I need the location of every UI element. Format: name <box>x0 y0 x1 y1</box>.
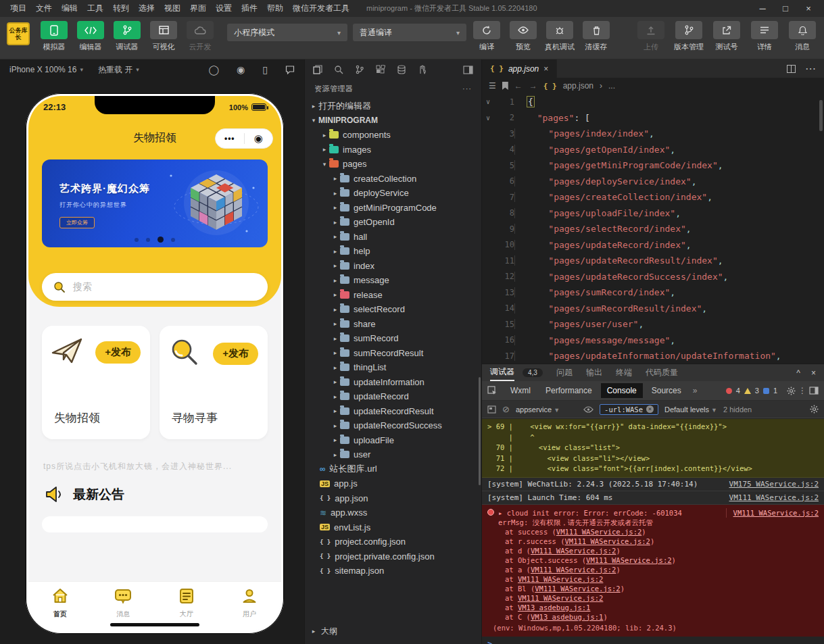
screenshot-icon[interactable]: ◉ <box>237 64 245 75</box>
hot-reload-toggle[interactable]: 热重载 开▾ <box>98 64 139 76</box>
announcement-bar[interactable] <box>42 516 268 532</box>
database-icon[interactable] <box>397 65 406 74</box>
promo-banner[interactable]: 艺术跨界·魔幻众筹 打开你心中的异想世界 立即众筹 <box>42 159 268 247</box>
more-actions-icon[interactable]: ··· <box>462 84 472 93</box>
eye-icon[interactable] <box>583 406 593 413</box>
tree-item-MINIPROGRAM[interactable]: ▾MINIPROGRAM <box>305 114 481 128</box>
exit-icon[interactable]: ◉ <box>245 132 273 145</box>
tab-item-用户[interactable]: 用户 <box>218 588 282 631</box>
close-button[interactable]: × <box>798 1 819 16</box>
refresh-icon[interactable]: ◯ <box>208 64 219 75</box>
debugger-tab-问题[interactable]: 问题 <box>556 367 573 378</box>
tree-item-updateInformation[interactable]: ▸updateInformation <box>305 375 481 390</box>
toolbar-button-调试器[interactable]: 调试器 <box>112 21 142 52</box>
device-select[interactable]: iPhone X 100% 16▾ <box>9 65 83 74</box>
console-settings-gear-icon[interactable] <box>810 405 819 414</box>
debugger-tab-输出[interactable]: 输出 <box>586 367 602 378</box>
tree-item-help[interactable]: ▸help <box>305 244 481 259</box>
tree-item-selectRecord[interactable]: ▸selectRecord <box>305 302 481 317</box>
tree-item-站长图库.url[interactable]: ∞站长图库.url <box>305 462 481 477</box>
tree-item-getMiniProgramCode[interactable]: ▸getMiniProgramCode <box>305 201 481 216</box>
stack-source-link[interactable]: VM111 WAService.js:2 <box>586 556 671 564</box>
compile-mode-select[interactable]: 普通编译▾ <box>353 24 466 41</box>
devtools-tab-Wxml[interactable]: Wxml <box>504 383 537 398</box>
tree-item-app.js[interactable]: JSapp.js <box>305 476 481 491</box>
stack-source-link[interactable]: VM111 WAService.js:2 <box>556 528 641 536</box>
tree-item-pages[interactable]: ▾pages <box>305 157 481 172</box>
debugger-tab-终端[interactable]: 终端 <box>616 367 632 378</box>
debugger-tab-代码质量[interactable]: 代码质量 <box>646 367 678 378</box>
menu-item-1[interactable]: 文件 <box>31 3 57 14</box>
error-source-link[interactable]: VM111 WAService.js:2 <box>726 508 819 518</box>
toolbar-button-编辑器[interactable]: 编辑器 <box>76 21 105 52</box>
tree-item-createCollection[interactable]: ▸createCollection <box>305 172 481 187</box>
carousel-dot[interactable] <box>135 238 139 242</box>
mode-select[interactable]: 小程序模式▾ <box>227 24 347 41</box>
toolbar-button-清缓存[interactable]: 清缓存 <box>581 21 611 52</box>
kebab-menu-icon[interactable]: ⋮ <box>798 386 806 395</box>
issue-counters[interactable]: 4 3 1 <box>726 387 777 395</box>
tab-item-首页[interactable]: 首页 <box>28 588 92 631</box>
stack-source-link[interactable]: VM111 WAService.js:2 <box>565 537 650 545</box>
close-panel-icon[interactable]: × <box>811 368 816 378</box>
split-editor-icon[interactable] <box>787 65 796 73</box>
explorer-scrollbar[interactable] <box>479 377 481 485</box>
minimize-button[interactable]: ─ <box>752 1 773 16</box>
outline-section[interactable]: ▸ 大纲 <box>305 624 481 639</box>
toolbar-button-可视化[interactable]: 可视化 <box>149 21 178 52</box>
code-area[interactable]: ∨1{∨2 "pages": [3 "pages/index/index",4 … <box>482 94 824 364</box>
log-levels-select[interactable]: Default levels ▼ <box>664 405 717 414</box>
fold-icon[interactable]: ∨ <box>482 98 494 105</box>
toolbar-button-云开发[interactable]: 云开发 <box>185 21 215 52</box>
toolbar-button-测试号[interactable]: 测试号 <box>712 21 742 52</box>
tree-item-updateRecordResult[interactable]: ▸updateRecordResult <box>305 404 481 419</box>
search-input[interactable]: 搜索 <box>42 273 268 301</box>
carousel-dot[interactable] <box>146 238 150 242</box>
stack-source-link[interactable]: VM13 asdebug.js:1 <box>531 613 603 621</box>
clear-console-icon[interactable]: ⊘ <box>502 404 510 414</box>
console-output[interactable]: > 69 | <view wx:for="{{arr}}" data-index… <box>482 419 824 644</box>
console-error-block[interactable]: ▸ cloud init error: Error: errCode: -601… <box>482 505 824 637</box>
rotate-device-icon[interactable]: ▯ <box>262 64 268 75</box>
devtools-tab-Performance[interactable]: Performance <box>539 383 598 398</box>
tree-item-getOpenId[interactable]: ▸getOpenId <box>305 215 481 230</box>
toolbar-button-编译[interactable]: 编译 <box>472 21 502 52</box>
forward-icon[interactable]: → <box>529 81 537 91</box>
maximize-button[interactable]: □ <box>775 1 796 16</box>
tree-item-updateRecordSuccess[interactable]: ▸updateRecordSuccess <box>305 418 481 433</box>
publish-button[interactable]: +发布 <box>213 343 258 365</box>
stack-source-link[interactable]: VM111 WAService.js:2 <box>531 566 616 574</box>
menu-item-7[interactable]: 界面 <box>185 3 211 14</box>
menu-item-9[interactable]: 插件 <box>237 3 262 14</box>
tree-item-deployService[interactable]: ▸deployService <box>305 186 481 201</box>
settings-gear-icon[interactable] <box>787 387 796 395</box>
stack-source-link[interactable]: VM111 WAService.js:2 <box>518 575 603 583</box>
tree-item-project.private.config.json[interactable]: { }project.private.config.json <box>305 549 481 564</box>
user-avatar[interactable]: 公务库长 <box>7 22 30 45</box>
more-icon[interactable]: ••• <box>216 134 244 143</box>
menu-item-4[interactable]: 转到 <box>108 3 134 14</box>
tree-item-uploadFile[interactable]: ▸uploadFile <box>305 433 481 448</box>
tree-item-components[interactable]: ▸components <box>305 128 481 143</box>
tree-item-envList.js[interactable]: JSenvList.js <box>305 520 481 535</box>
inspect-element-icon[interactable] <box>487 386 498 395</box>
stack-source-link[interactable]: VM111 WAService.js:2 <box>535 585 620 593</box>
console-warning-block[interactable]: > 69 | <view wx:for="{{arr}}" data-index… <box>482 419 824 478</box>
tree-item-app.wxss[interactable]: ≋app.wxss <box>305 505 481 520</box>
tree-item-打开的编辑器[interactable]: ▸打开的编辑器 <box>305 99 481 114</box>
toolbar-button-模拟器[interactable]: 模拟器 <box>39 21 69 52</box>
tree-item-sumRecordResult[interactable]: ▸sumRecordResult <box>305 346 481 361</box>
bookmark-icon[interactable] <box>502 82 508 90</box>
feature-card-0[interactable]: +发布失物招领 <box>42 326 150 439</box>
devtools-tab-Sources[interactable]: Sources <box>646 383 687 398</box>
toolbar-button-详情[interactable]: 详情 <box>750 21 779 52</box>
files-icon[interactable] <box>313 65 322 74</box>
search-panel-icon[interactable] <box>334 65 343 74</box>
tree-item-thingList[interactable]: ▸thingList <box>305 360 481 375</box>
debugger-tab-调试器[interactable]: 调试器 <box>490 364 514 381</box>
toolbar-button-上传[interactable]: 上传 <box>636 21 666 52</box>
feature-card-1[interactable]: +发布寻物寻事 <box>160 326 268 439</box>
extensions-icon[interactable] <box>376 65 385 74</box>
tree-item-images[interactable]: ▸images <box>305 143 481 157</box>
back-icon[interactable]: ← <box>514 81 523 91</box>
